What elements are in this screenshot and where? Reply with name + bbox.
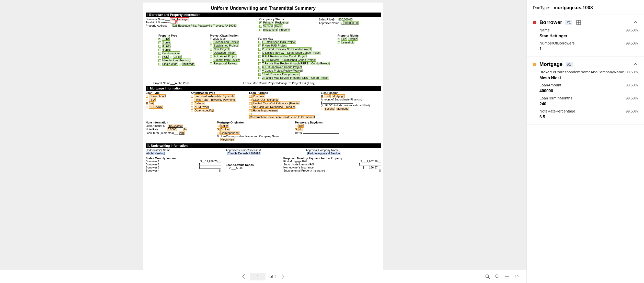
grid-icon[interactable]	[576, 20, 581, 25]
group-dot-icon	[533, 63, 536, 66]
b4-label: Borrower 4	[146, 169, 214, 172]
chevron-up-icon[interactable]	[633, 63, 638, 66]
lp-1: Cash-Out Refinance	[252, 98, 279, 101]
smi-label: Stable Monthly Income	[146, 157, 221, 160]
lien-first: First	[324, 94, 330, 98]
fm-9: 1 Full Review – Co-op Project	[262, 72, 300, 76]
doctype-value: mortgage.us.1008	[554, 5, 593, 10]
field-value: Stan Hettinger	[539, 34, 638, 38]
fm-2: P Limited Review – New Condo Project	[262, 47, 312, 51]
pt-4units: 4 units	[162, 48, 171, 51]
appraised-value: 800,000.00	[343, 21, 358, 25]
uw-name-label: Underwriter's Name	[146, 149, 221, 152]
zoom-out-icon[interactable]	[495, 274, 500, 279]
lt-fha: FHA	[149, 98, 156, 101]
fm-5: S Full Review – Established Condo Projec…	[262, 58, 316, 62]
group-badge: #1	[566, 62, 573, 67]
note-info-label: Note Information	[146, 121, 212, 124]
lien-label: Lien Position	[321, 91, 381, 94]
bc-name-value: Mesh Nicki	[220, 138, 235, 141]
field-name: LoanTermInMonths	[539, 96, 572, 100]
am-1: Fixed-Rate—Biweekly Payments	[194, 98, 236, 101]
prev-page-button[interactable]	[241, 274, 246, 279]
document-page: Uniform Underwriting and Transmittal Sum…	[143, 3, 383, 270]
fr-4: 2- to 4-unit Project	[213, 54, 237, 58]
tb-yes: Yes	[298, 124, 304, 128]
uw-name-value: Abdiel Keeling	[146, 152, 165, 155]
mo-broker: Broker	[220, 128, 229, 131]
svg-line-1	[488, 277, 490, 279]
lp-4: Home Improvement	[252, 109, 278, 112]
appr-name-value: Claudia Denesik / 102896	[227, 152, 260, 155]
field-confidence: 99.50%	[626, 96, 638, 100]
page-title: Uniform Underwriting and Transmittal Sum…	[146, 6, 381, 11]
viewer-toolbar: of 1	[0, 270, 526, 283]
sidebar-field[interactable]: LoanAmount 99.50% 400000	[533, 80, 638, 93]
am-2: Balloon	[194, 101, 204, 105]
page-of-label: of 1	[270, 274, 276, 279]
proj-class-label: Project Classification	[210, 34, 253, 37]
pt-3units: 3 units	[162, 44, 171, 48]
pmp2: Subordinate Lien (s) P&I	[283, 163, 354, 166]
chevron-up-icon[interactable]	[633, 21, 638, 24]
fr-3: Detached Project	[213, 51, 236, 54]
field-value: 6.5	[539, 115, 638, 119]
sidebar-field[interactable]: BrokerOrCorrespondentNameAndCompanyName …	[533, 67, 638, 80]
field-confidence: 99.50%	[626, 109, 638, 113]
tb-no: No	[298, 128, 303, 131]
sidebar-field[interactable]: NoteRatePercentage 99.50% 6.5	[533, 106, 638, 119]
am-4: Other (specify)	[194, 109, 213, 112]
ltv-sub: LTV	[226, 166, 231, 169]
lien-first-b: Mortgage	[332, 94, 345, 98]
loan-amt-value: 400,000.00	[168, 124, 183, 128]
field-confidence: 99.50%	[626, 28, 638, 32]
pr-lease: Leasehold	[341, 41, 355, 44]
total-borrowers-value: 1	[175, 20, 178, 24]
pan-icon[interactable]	[504, 274, 510, 279]
sidebar-field[interactable]: NumberOfBorrowers 99.50% 1	[533, 38, 638, 51]
fm-3: Q Limited Review – Established Condo Pro…	[262, 51, 321, 54]
loan-purpose-label: Loan Purpose	[249, 91, 316, 94]
subfin-label: Amount of Subordinate Financing	[321, 98, 381, 101]
heloc-label: (If HELOC, include balance and credit li…	[321, 104, 381, 107]
field-confidence: 99.50%	[626, 41, 638, 45]
amort-label: Amortization Type	[191, 91, 244, 94]
b3-label: Borrower 3	[146, 166, 193, 169]
terms-label: Terms	[295, 131, 303, 134]
am-3: ARM (type)	[194, 105, 209, 109]
document-canvas[interactable]: Uniform Underwriting and Transmittal Sum…	[0, 0, 526, 270]
property-rights-label: Property Rights	[338, 34, 381, 37]
note-rate-value: 6.5000	[167, 128, 177, 131]
lien-second: Second	[324, 107, 335, 110]
fm-7: U FHA-approved Condo Project	[262, 65, 302, 69]
lt-usda: USDA/RD	[149, 105, 163, 109]
loan-type-label: Loan Type	[146, 91, 186, 94]
mo-corr: Correspondent	[220, 131, 240, 135]
property-address-label: Property Address	[146, 24, 167, 27]
b2-label: Borrower 2	[146, 163, 193, 166]
field-confidence: 99.50%	[626, 83, 638, 87]
fr-1: Established Project	[213, 44, 238, 47]
pt-pud: PUD	[162, 55, 169, 59]
fr-2: New Project	[213, 47, 229, 51]
sidebar: DocType: mortgage.us.1008 Borrower #1 Na…	[526, 0, 644, 283]
sidebar-field[interactable]: Name 99.50% Stan Hettinger	[533, 25, 638, 38]
zoom-in-icon[interactable]	[485, 274, 490, 279]
occ-second: Second	[263, 24, 273, 28]
lp-5: Construction Conversion/Construction to …	[249, 115, 315, 119]
field-name: LoanAmount	[539, 83, 561, 87]
field-name: NumberOfBorrowers	[539, 41, 575, 45]
fr-5: Exempt from Review	[213, 58, 240, 62]
pr-simple: Simple	[348, 37, 358, 41]
field-name: NoteRatePercentage	[539, 109, 575, 113]
lien-second-b: Mortgage	[336, 107, 349, 110]
bc-label: Broker/Correspondent Name and Company Na…	[217, 135, 290, 138]
fm-6: T Fannie Mae Review through PERS – Condo…	[262, 62, 330, 65]
field-value: 400000	[539, 89, 638, 93]
fr-0: Streamlined Review	[213, 40, 239, 44]
page-number-input[interactable]	[250, 273, 266, 280]
rotate-icon[interactable]	[514, 274, 519, 279]
sidebar-field[interactable]: LoanTermInMonths 99.50% 240	[533, 93, 638, 106]
pt-multi: Multiwide	[182, 62, 195, 66]
next-page-button[interactable]	[280, 274, 285, 279]
